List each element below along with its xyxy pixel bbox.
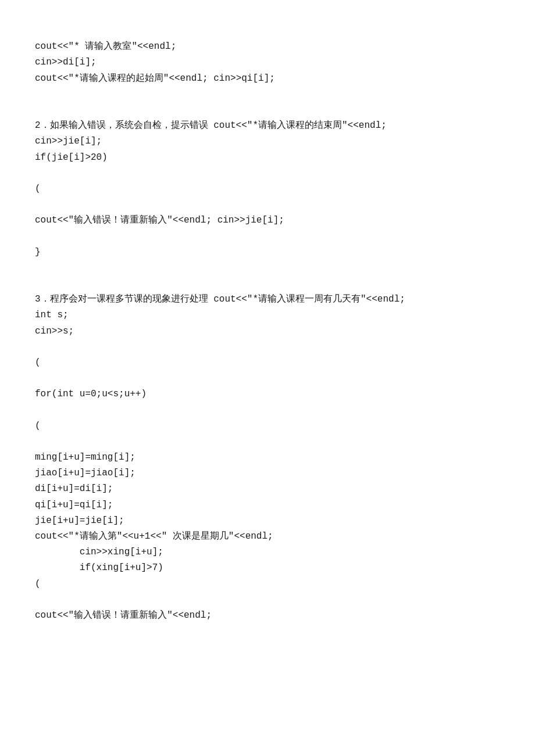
code-line: ( bbox=[35, 181, 500, 197]
code-line: int s; bbox=[35, 307, 500, 323]
code-line: } bbox=[35, 245, 500, 260]
code-line: cout<<"* 请输入教室"<<endl; bbox=[35, 39, 500, 55]
code-line: jie[i+u]=jie[i]; bbox=[35, 513, 500, 529]
code-line: cin>>di[i]; bbox=[35, 55, 500, 70]
code-line: if(jie[i]>20) bbox=[35, 150, 500, 166]
code-line: cout<<"*请输入课程的起始周"<<endl; cin>>qi[i]; bbox=[35, 71, 500, 87]
code-line: ming[i+u]=ming[i]; bbox=[35, 450, 500, 465]
code-line bbox=[35, 260, 500, 276]
code-line bbox=[35, 87, 500, 102]
code-line: cin>>s; bbox=[35, 324, 500, 339]
code-line: di[i+u]=di[i]; bbox=[35, 481, 500, 497]
code-line: qi[i+u]=qi[i]; bbox=[35, 497, 500, 513]
code-line: if(xing[i+u]>7) bbox=[35, 560, 500, 576]
code-line: cout<<"输入错误！请重新输入"<<endl; cin>>jie[i]; bbox=[35, 213, 500, 228]
code-line bbox=[35, 371, 500, 386]
code-line: for(int u=0;u<s;u++) bbox=[35, 386, 500, 402]
code-line: ( bbox=[35, 576, 500, 592]
code-line bbox=[35, 339, 500, 355]
code-line: 3．程序会对一课程多节课的现象进行处理 cout<<"*请输入课程一周有几天有"… bbox=[35, 292, 500, 307]
code-line bbox=[35, 276, 500, 292]
code-line: jiao[i+u]=jiao[i]; bbox=[35, 465, 500, 481]
code-line bbox=[35, 228, 500, 244]
code-line bbox=[35, 592, 500, 608]
code-line: ( bbox=[35, 355, 500, 371]
code-line: cout<<"输入错误！请重新输入"<<endl; bbox=[35, 608, 500, 624]
code-line bbox=[35, 102, 500, 118]
code-line: cin>>jie[i]; bbox=[35, 134, 500, 149]
code-line bbox=[35, 166, 500, 181]
code-line bbox=[35, 403, 500, 418]
code-line: 2．如果输入错误，系统会自检，提示错误 cout<<"*请输入课程的结束周"<<… bbox=[35, 118, 500, 134]
code-line: ( bbox=[35, 418, 500, 434]
code-line bbox=[35, 197, 500, 213]
code-content: cout<<"* 请输入教室"<<endl;cin>>di[i];cout<<"… bbox=[35, 23, 500, 624]
code-line: cout<<"*请输入第"<<u+1<<" 次课是星期几"<<endl; bbox=[35, 529, 500, 544]
code-line bbox=[35, 434, 500, 450]
code-line: cin>>xing[i+u]; bbox=[35, 544, 500, 560]
